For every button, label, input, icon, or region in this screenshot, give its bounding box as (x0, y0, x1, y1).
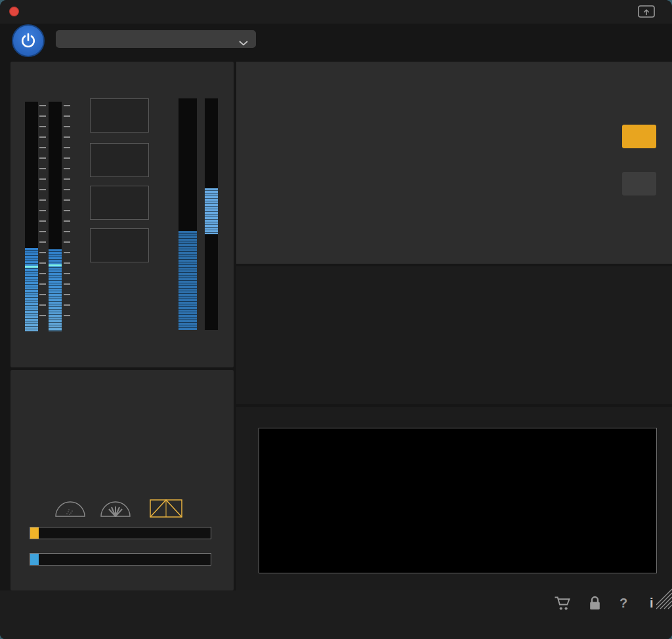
gonio-power-icon[interactable] (211, 375, 226, 389)
meters-settings-gear-icon[interactable] (18, 67, 33, 81)
vu-meter-left (279, 83, 442, 159)
info-icon[interactable]: i (650, 596, 654, 611)
vu-meters-panel (236, 62, 672, 264)
gonio-mode-vectorscope-button[interactable] (150, 499, 182, 521)
correlation-meter[interactable] (30, 527, 211, 539)
balance-indicator (30, 554, 39, 565)
vu-meter-right (451, 83, 614, 159)
spectrum-analyzer-panel (236, 266, 672, 404)
meter-bar-right (49, 102, 62, 331)
spectrogram-panel (236, 407, 672, 590)
rms-readout (90, 143, 149, 177)
goniometer-panel (10, 370, 234, 590)
resize-grip[interactable] (656, 587, 672, 613)
meters-power-icon[interactable] (211, 66, 226, 81)
footer-bar: ? i (0, 590, 672, 639)
goniometer-display (62, 385, 173, 495)
preset-dropdown[interactable] (56, 30, 256, 48)
level-meters-panel (10, 62, 234, 367)
lufs-m-meter-bar (178, 98, 197, 330)
gonio-settings-gear-icon[interactable] (18, 375, 33, 390)
spectrum-plot (256, 291, 664, 389)
meter-bar-left (25, 102, 38, 331)
spectrogram-display (259, 428, 656, 573)
master-power-button[interactable] (12, 24, 45, 57)
help-icon[interactable]: ? (620, 596, 627, 611)
correlation-indicator (30, 527, 39, 539)
spectrum-power-icon[interactable] (648, 270, 663, 285)
lufs-i-readout (90, 186, 149, 220)
vu-meter-mid (279, 172, 442, 248)
title-bar (0, 0, 672, 24)
meter-ticks (39, 105, 46, 321)
chevron-down-icon (239, 37, 248, 49)
meter-ticks (64, 105, 70, 321)
dr-meter-bar (205, 98, 218, 330)
store-cart-icon[interactable] (554, 594, 572, 615)
gonio-mode-lissajous-button[interactable] (99, 499, 132, 521)
plugin-window: ? i (0, 0, 672, 639)
peak-hold-left (25, 266, 38, 268)
spectrogram-settings-gear-icon[interactable] (243, 411, 257, 425)
spectrum-settings-gear-icon[interactable] (243, 270, 257, 285)
balance-meter[interactable] (30, 553, 211, 566)
lock-icon[interactable] (588, 595, 602, 614)
vu-power-icon[interactable] (650, 66, 664, 81)
dr-readout (90, 228, 149, 262)
vu-meter-side (451, 172, 614, 248)
close-button[interactable] (9, 7, 19, 16)
peak-readout (90, 98, 149, 133)
peak-hold-right (49, 264, 62, 266)
power-icon (20, 32, 37, 49)
gonio-mode-cloud-button[interactable] (54, 499, 87, 521)
spectrogram-power-icon[interactable] (648, 411, 663, 425)
undock-window-icon[interactable] (638, 5, 655, 21)
vu-mode-button[interactable] (622, 125, 656, 148)
ppm-mode-button[interactable] (622, 172, 656, 196)
